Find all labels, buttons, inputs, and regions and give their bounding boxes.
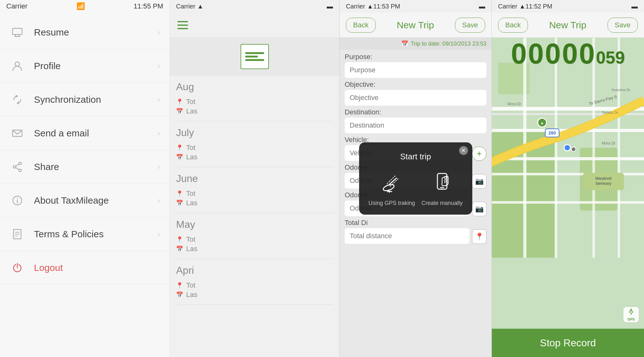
arrow-icon: ▲ [197, 3, 203, 10]
trip-list-panel: Carrier ▲ ▬ Aug 📍 [170, 0, 340, 357]
start-trip-modal-overlay: ✕ Start trip Us [340, 0, 491, 357]
pin-icon: 📍 [176, 190, 183, 197]
hamburger-line [177, 28, 188, 29]
pin-icon: 📍 [176, 98, 183, 105]
menu-panel: Carrier 📶 11:55 PM Resume › [0, 0, 170, 357]
email-icon [9, 125, 25, 141]
svg-text:▲: ▲ [540, 121, 544, 125]
calendar-icon: 📅 [176, 200, 183, 206]
chevron-right-icon: › [158, 129, 160, 138]
chevron-right-icon: › [158, 230, 160, 239]
svg-point-8 [13, 166, 16, 168]
month-aug-title: Aug [176, 81, 333, 93]
stop-record-label: Stop Record [540, 337, 596, 349]
chevron-right-icon: › [158, 28, 160, 37]
modal-close-button[interactable]: ✕ [459, 146, 468, 155]
document-icon [9, 226, 25, 242]
svg-rect-36 [618, 38, 620, 258]
chevron-right-icon: › [158, 196, 160, 205]
menu-item-share[interactable]: Share › [0, 150, 169, 184]
menu-logout-label: Logout [34, 262, 160, 273]
chevron-right-icon: › [158, 162, 160, 171]
chevron-right-icon: › [158, 95, 160, 104]
svg-point-7 [19, 169, 21, 172]
gps-label: GPS [627, 317, 635, 321]
month-may-title: May [176, 219, 333, 230]
svg-text:Mora Dr: Mora Dr [508, 102, 521, 106]
trip-list-content: Aug 📍 Tot 📅 Las July 📍 Tot [170, 38, 339, 357]
month-detail-total: 📍 Tot [176, 235, 333, 244]
map-status-bar: Carrier ▲ 11:52 PM ▬ [492, 0, 644, 13]
month-april-details: 📍 Tot 📅 Las [176, 279, 333, 305]
gps-option-label: Using GPS traking [369, 200, 415, 206]
month-group-july: July 📍 Tot 📅 Las [170, 121, 339, 167]
wifi-icon: 📶 [76, 2, 85, 10]
hamburger-menu-button[interactable] [177, 21, 188, 29]
pin-icon: 📍 [176, 282, 183, 289]
month-detail-total: 📍 Tot [176, 98, 333, 106]
preview-line [245, 56, 258, 58]
map-area[interactable]: 280 ▲ To Sierra Fwy S Mora Dr Mora Dr Yo… [492, 38, 644, 329]
total-text: Tot [186, 281, 195, 289]
svg-rect-32 [492, 201, 644, 204]
month-group-aug: Aug 📍 Tot 📅 Las [170, 75, 339, 121]
manual-option[interactable]: Create manually [421, 170, 463, 206]
hamburger-line [177, 21, 188, 22]
svg-rect-0 [13, 28, 22, 35]
menu-profile-label: Profile [34, 61, 158, 71]
calendar-icon: 📅 [176, 245, 183, 252]
map-save-button[interactable]: Save [608, 18, 638, 33]
time-text: 11:55 PM [134, 2, 163, 10]
total-text: Tot [186, 144, 195, 152]
carrier-text: Carrier [176, 3, 195, 10]
svg-line-10 [16, 164, 19, 166]
menu-resume-label: Resume [34, 27, 158, 38]
svg-text:Seminary: Seminary [596, 181, 612, 186]
svg-text:Mora Dr: Mora Dr [602, 141, 615, 146]
gps-button[interactable]: GPS [623, 307, 639, 322]
menu-list: Resume › Profile › [0, 13, 169, 357]
menu-item-about[interactable]: About TaxMileage › [0, 184, 169, 217]
total-text: Tot [186, 189, 195, 198]
last-text: Las [186, 199, 197, 207]
month-detail-last: 📅 Las [176, 107, 333, 115]
month-aug-details: 📍 Tot 📅 Las [176, 95, 333, 121]
menu-item-terms[interactable]: Terms & Policies › [0, 217, 169, 251]
modal-options: Using GPS traking Create manually [369, 170, 463, 206]
preview-line [245, 59, 264, 61]
month-detail-last: 📅 Las [176, 153, 333, 161]
svg-point-4 [15, 62, 19, 66]
share-icon [9, 159, 25, 175]
menu-email-label: Send a email [34, 128, 158, 139]
svg-line-9 [16, 168, 19, 170]
last-text: Las [186, 291, 197, 299]
month-april-title: Apri [176, 265, 333, 276]
carrier-text: Carrier [498, 3, 517, 10]
menu-item-email[interactable]: Send a email › [0, 117, 169, 150]
last-text: Las [186, 107, 197, 115]
power-icon [9, 260, 25, 276]
svg-point-51 [630, 311, 632, 313]
menu-item-logout[interactable]: Logout [0, 251, 169, 285]
trip-thumbnail[interactable] [170, 38, 339, 75]
menu-share-label: Share [34, 162, 158, 172]
menu-item-resume[interactable]: Resume › [0, 16, 169, 49]
time-text: 11:52 PM [525, 3, 552, 10]
menu-item-sync[interactable]: Synchronization › [0, 83, 169, 117]
trip-preview-image [241, 44, 269, 69]
month-group-june: June 📍 Tot 📅 Las [170, 167, 339, 213]
gps-option[interactable]: Using GPS traking [369, 170, 415, 206]
month-june-details: 📍 Tot 📅 Las [176, 187, 333, 213]
month-group-may: May 📍 Tot 📅 Las [170, 213, 339, 259]
hamburger-line [177, 25, 188, 26]
svg-text:Terrace Dr: Terrace Dr [602, 111, 618, 114]
stop-record-button[interactable]: Stop Record [492, 329, 644, 357]
gps-map-panel: Carrier ▲ 11:52 PM ▬ Back New Trip Save … [492, 0, 644, 357]
map-back-button[interactable]: Back [498, 18, 528, 33]
svg-text:Maryknoll: Maryknoll [595, 176, 611, 181]
arrow-icon: ▲ [519, 3, 525, 10]
calendar-icon: 📅 [176, 154, 183, 161]
menu-item-profile[interactable]: Profile › [0, 49, 169, 83]
month-group-april: Apri 📍 Tot 📅 Las [170, 259, 339, 305]
svg-rect-34 [555, 38, 557, 258]
